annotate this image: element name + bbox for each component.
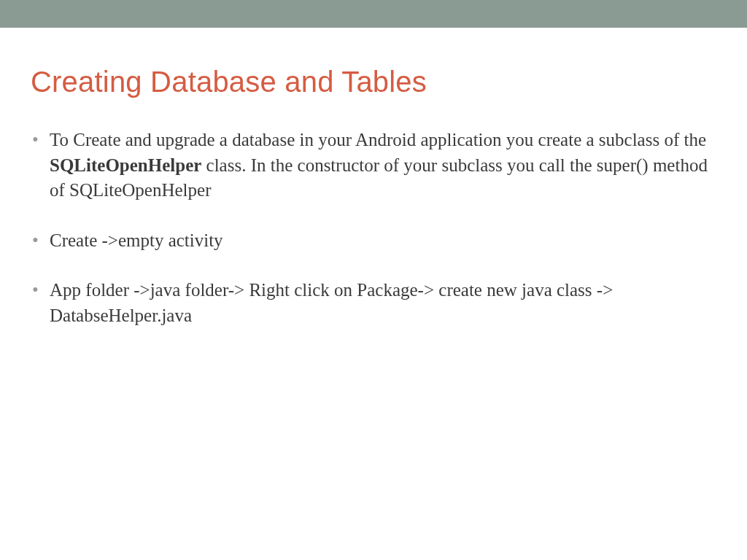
list-item: To Create and upgrade a database in your… — [31, 128, 716, 203]
slide-top-bar — [0, 0, 747, 28]
slide-title: Creating Database and Tables — [31, 66, 716, 98]
bullet-text-pre: To Create and upgrade a database in your… — [50, 130, 706, 149]
bullet-text: App folder ->java folder-> Right click o… — [50, 280, 613, 325]
slide-content: Creating Database and Tables To Create a… — [0, 28, 747, 328]
list-item: Create ->empty activity — [31, 228, 716, 254]
list-item: App folder ->java folder-> Right click o… — [31, 278, 716, 328]
bullet-text-bold: SQLiteOpenHelper — [50, 155, 201, 175]
bullet-text: Create ->empty activity — [50, 230, 223, 250]
bullet-list: To Create and upgrade a database in your… — [31, 128, 716, 328]
